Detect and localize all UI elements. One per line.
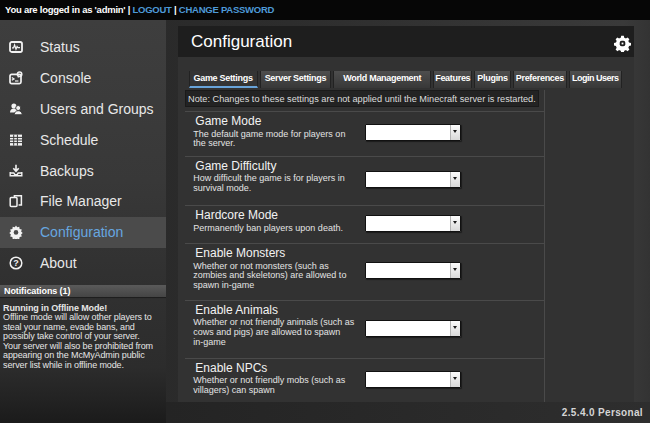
svg-text:?: ? bbox=[13, 258, 19, 268]
